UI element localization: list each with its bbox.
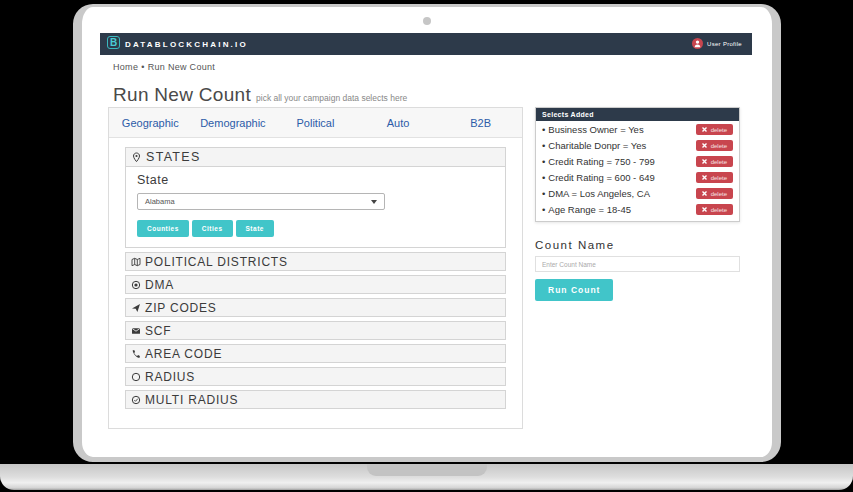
section-label: POLITICAL DISTRICTS (145, 255, 288, 269)
user-profile-button[interactable]: User Profile (692, 35, 742, 53)
delete-button[interactable]: delete (696, 204, 733, 215)
section-label: ZIP CODES (145, 301, 217, 315)
count-name-input[interactable] (535, 256, 740, 272)
check-circle-icon (131, 395, 141, 405)
section-area-code[interactable]: AREA CODE (125, 344, 506, 363)
chevron-down-icon (371, 200, 377, 204)
count-name-label: Count Name (535, 239, 740, 251)
target-icon (131, 280, 141, 290)
page-subtitle: pick all your campaign data selects here (256, 93, 407, 103)
state-select[interactable]: Alabama (137, 193, 385, 210)
delete-button[interactable]: delete (696, 156, 733, 167)
x-icon (702, 191, 707, 196)
counties-button[interactable]: Counties (137, 220, 189, 237)
map-icon (131, 257, 141, 267)
delete-button[interactable]: delete (696, 124, 733, 135)
x-icon (702, 175, 707, 180)
geo-scope-buttons: Counties Cities State (137, 220, 494, 237)
cities-button[interactable]: Cities (192, 220, 233, 237)
navigation-icon (131, 303, 141, 313)
select-item-text: •Credit Rating = 600 - 649 (542, 172, 655, 183)
select-item: •Credit Rating = 750 - 799 delete (536, 154, 739, 169)
selects-sidebar: Selects Added •Business Owner = Yes dele… (535, 107, 740, 301)
select-item: •Business Owner = Yes delete (536, 122, 739, 137)
breadcrumb-separator: • (141, 62, 144, 72)
state-label: State (137, 173, 494, 187)
section-label: MULTI RADIUS (145, 393, 238, 407)
section-scf[interactable]: SCF (125, 321, 506, 340)
svg-text:B: B (110, 37, 117, 48)
x-icon (702, 143, 707, 148)
laptop-base (0, 464, 853, 490)
select-item-text: •Credit Rating = 750 - 799 (542, 156, 655, 167)
tab-geographic[interactable]: Geographic (109, 117, 192, 129)
laptop-screen: B DATABLOCKCHAIN.IO User Profile Home•Ru… (73, 4, 781, 462)
section-dma[interactable]: DMA (125, 275, 506, 294)
section-label: RADIUS (145, 370, 195, 384)
delete-button[interactable]: delete (696, 140, 733, 151)
logo-icon: B (107, 35, 120, 53)
breadcrumb: Home•Run New Count (113, 62, 752, 72)
select-item-text: •Charitable Donpr = Yes (542, 140, 646, 151)
circle-icon (131, 372, 141, 382)
x-icon (702, 127, 707, 132)
delete-button[interactable]: delete (696, 188, 733, 199)
section-multi-radius[interactable]: MULTI RADIUS (125, 390, 506, 409)
category-tabs: Geographic Demographic Political Auto B2… (109, 108, 522, 138)
selects-added-header: Selects Added (536, 108, 739, 121)
breadcrumb-current: Run New Count (148, 62, 215, 72)
states-content: State Alabama Counties Cities State (125, 167, 506, 248)
state-select-value: Alabama (145, 197, 175, 206)
states-title: STATES (146, 150, 201, 164)
trackpad-notch (367, 464, 487, 476)
delete-button[interactable]: delete (696, 172, 733, 183)
phone-icon (131, 349, 141, 359)
section-radius[interactable]: RADIUS (125, 367, 506, 386)
section-zip-codes[interactable]: ZIP CODES (125, 298, 506, 317)
brand-name: DATABLOCKCHAIN.IO (125, 40, 248, 49)
select-item: •Credit Rating = 600 - 649 delete (536, 170, 739, 185)
select-item: •DMA = Los Angeles, CA delete (536, 186, 739, 201)
x-icon (702, 207, 707, 212)
states-section-header[interactable]: STATES (125, 147, 506, 167)
geographic-sections: STATES State Alabama Counties Cities (109, 138, 522, 409)
select-item: •Age Range = 18-45 delete (536, 202, 739, 217)
envelope-icon (131, 326, 141, 336)
state-button[interactable]: State (236, 220, 274, 237)
user-profile-label: User Profile (707, 41, 742, 47)
section-political-districts[interactable]: POLITICAL DISTRICTS (125, 252, 506, 271)
tab-political[interactable]: Political (274, 117, 357, 129)
camera-dot (423, 17, 431, 25)
app-window: B DATABLOCKCHAIN.IO User Profile Home•Ru… (100, 33, 752, 106)
tab-demographic[interactable]: Demographic (192, 117, 275, 129)
selects-added-box: Selects Added •Business Owner = Yes dele… (535, 107, 740, 222)
run-count-button[interactable]: Run Count (535, 279, 613, 301)
top-navbar: B DATABLOCKCHAIN.IO User Profile (100, 33, 752, 55)
select-item: •Charitable Donpr = Yes delete (536, 138, 739, 153)
page-header: Run New Countpick all your campaign data… (113, 84, 752, 106)
x-icon (702, 159, 707, 164)
tab-auto[interactable]: Auto (357, 117, 440, 129)
section-label: DMA (145, 278, 174, 292)
states-section: STATES State Alabama Counties Cities (125, 147, 506, 248)
select-item-text: •DMA = Los Angeles, CA (542, 188, 650, 199)
page-title: Run New Count (113, 84, 251, 105)
section-label: SCF (145, 324, 171, 338)
select-item-text: •Business Owner = Yes (542, 124, 644, 135)
brand-logo[interactable]: B DATABLOCKCHAIN.IO (107, 35, 248, 53)
location-pin-icon (131, 152, 142, 163)
campaign-selects-panel: Geographic Demographic Political Auto B2… (108, 107, 523, 429)
tab-b2b[interactable]: B2B (439, 117, 522, 129)
backdrop: B DATABLOCKCHAIN.IO User Profile Home•Ru… (0, 0, 853, 492)
select-item-text: •Age Range = 18-45 (542, 204, 631, 215)
section-label: AREA CODE (145, 347, 222, 361)
breadcrumb-home[interactable]: Home (113, 62, 138, 72)
avatar-icon (692, 35, 703, 53)
